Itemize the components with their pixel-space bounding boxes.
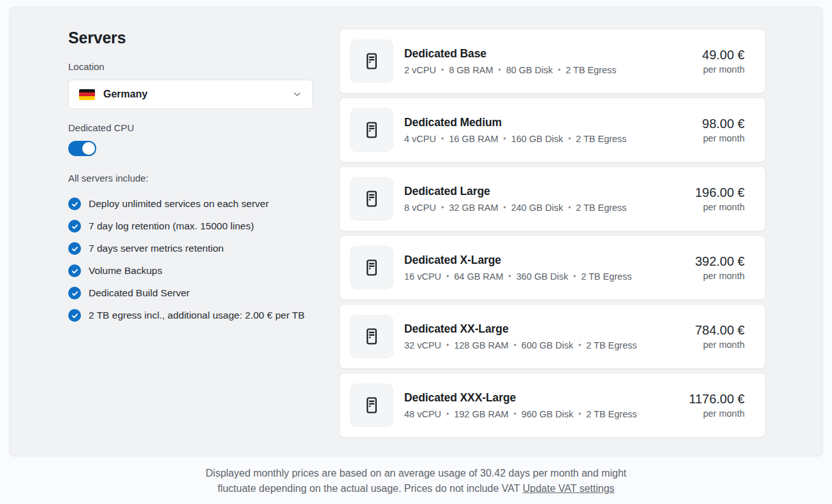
price-box: 784.00 € per month (695, 323, 745, 350)
server-specs: 8 vCPU•32 GB RAM•240 GB Disk•2 TB Egress (404, 203, 627, 213)
spec-cpu: 2 vCPU (404, 65, 436, 75)
server-card-dedicated-x-large[interactable]: Dedicated X-Large 16 vCPU•64 GB RAM•360 … (339, 235, 766, 300)
spec-separator: • (573, 272, 576, 281)
spec-separator: • (446, 272, 449, 281)
spec-ram: 64 GB RAM (454, 271, 503, 282)
feature-text: Deploy unlimited services on each server (89, 196, 269, 212)
list-item: 7 day log retention (max. 15000 lines) (68, 219, 313, 234)
filters-column: Servers Location Germany Dedicated CPU A… (68, 29, 313, 456)
price-amount: 49.00 € (702, 48, 745, 62)
feature-text: Dedicated Build Server (89, 285, 190, 301)
server-card-dedicated-medium[interactable]: Dedicated Medium 4 vCPU•16 GB RAM•160 GB… (339, 97, 766, 162)
price-box: 392.00 € per month (695, 254, 745, 281)
spec-separator: • (578, 410, 581, 419)
spec-egress: 2 TB Egress (576, 203, 627, 213)
price-amount: 196.00 € (695, 185, 745, 200)
feature-text: Volume Backups (89, 263, 162, 278)
spec-separator: • (504, 203, 506, 212)
spec-separator: • (446, 410, 449, 419)
price-amount: 392.00 € (695, 254, 745, 269)
price-period: per month (702, 133, 745, 143)
spec-separator: • (498, 66, 500, 75)
spec-egress: 2 TB Egress (586, 409, 637, 419)
spec-egress: 2 TB Egress (581, 271, 632, 282)
server-icon (350, 315, 393, 358)
spec-egress: 2 TB Egress (586, 340, 637, 350)
server-name: Dedicated Medium (404, 116, 627, 129)
location-select[interactable]: Germany (68, 80, 313, 109)
page-title: Servers (68, 29, 313, 47)
price-amount: 1176.00 € (689, 392, 745, 407)
toggle-knob (82, 142, 95, 155)
price-box: 1176.00 € per month (689, 392, 745, 419)
price-box: 196.00 € per month (695, 185, 745, 212)
server-name: Dedicated XXX-Large (404, 391, 637, 405)
spec-separator: • (568, 134, 571, 143)
server-name: Dedicated XX-Large (404, 322, 637, 336)
update-vat-settings-link[interactable]: Update VAT settings (523, 483, 615, 494)
check-icon (68, 309, 81, 322)
server-name: Dedicated Base (404, 47, 617, 61)
pricing-disclaimer: Displayed monthly prices are based on an… (196, 466, 636, 496)
server-list: Dedicated Base 2 vCPU•8 GB RAM•80 GB Dis… (339, 29, 766, 456)
spec-separator: • (446, 341, 449, 350)
list-item: 7 days server metrics retention (68, 241, 313, 256)
server-specs: 32 vCPU•128 GB RAM•600 GB Disk•2 TB Egre… (404, 340, 637, 350)
spec-cpu: 8 vCPU (404, 203, 436, 213)
check-icon (68, 264, 81, 277)
feature-text: 7 day log retention (max. 15000 lines) (89, 219, 254, 234)
server-name: Dedicated Large (404, 185, 627, 198)
spec-disk: 360 GB Disk (516, 271, 568, 282)
price-period: per month (695, 271, 745, 281)
spec-egress: 2 TB Egress (576, 134, 627, 144)
spec-ram: 128 GB RAM (454, 340, 508, 350)
location-label: Location (68, 61, 313, 72)
spec-egress: 2 TB Egress (566, 65, 617, 75)
server-card-dedicated-large[interactable]: Dedicated Large 8 vCPU•32 GB RAM•240 GB … (339, 166, 766, 231)
location-selected-value: Germany (103, 89, 147, 100)
spec-cpu: 16 vCPU (404, 271, 441, 282)
list-item: 2 TB egress incl., additional usage: 2.0… (68, 308, 313, 323)
server-specs: 48 vCPU•192 GB RAM•960 GB Disk•2 TB Egre… (404, 409, 637, 419)
price-box: 49.00 € per month (702, 48, 745, 75)
spec-ram: 16 GB RAM (449, 134, 498, 144)
servers-panel: Servers Location Germany Dedicated CPU A… (9, 6, 823, 456)
server-specs: 2 vCPU•8 GB RAM•80 GB Disk•2 TB Egress (404, 65, 617, 75)
spec-ram: 8 GB RAM (449, 65, 493, 75)
includes-label: All servers include: (68, 173, 313, 184)
price-period: per month (702, 64, 745, 75)
spec-cpu: 48 vCPU (404, 409, 441, 419)
spec-disk: 600 GB Disk (522, 340, 573, 350)
server-icon (350, 108, 393, 152)
server-specs: 16 vCPU•64 GB RAM•360 GB Disk•2 TB Egres… (404, 271, 632, 282)
server-card-dedicated-xx-large[interactable]: Dedicated XX-Large 32 vCPU•128 GB RAM•60… (339, 304, 766, 369)
server-icon (350, 384, 393, 427)
spec-separator: • (558, 66, 560, 75)
server-card-dedicated-base[interactable]: Dedicated Base 2 vCPU•8 GB RAM•80 GB Dis… (339, 29, 766, 94)
feature-list: Deploy unlimited services on each server… (68, 196, 313, 323)
spec-disk: 240 GB Disk (511, 203, 563, 213)
spec-separator: • (509, 272, 511, 281)
spec-separator: • (504, 134, 506, 143)
spec-separator: • (441, 66, 444, 75)
list-item: Volume Backups (68, 263, 313, 278)
spec-separator: • (568, 203, 571, 212)
server-card-dedicated-xxx-large[interactable]: Dedicated XXX-Large 48 vCPU•192 GB RAM•9… (339, 373, 766, 438)
price-period: per month (695, 340, 745, 350)
price-period: per month (689, 408, 745, 419)
spec-disk: 960 GB Disk (522, 409, 573, 419)
spec-separator: • (441, 134, 444, 143)
price-amount: 784.00 € (695, 323, 745, 338)
chevron-down-icon (292, 89, 302, 99)
server-icon (350, 246, 393, 289)
dedicated-cpu-toggle[interactable] (68, 141, 96, 156)
list-item: Deploy unlimited services on each server (68, 196, 313, 212)
spec-separator: • (578, 341, 581, 350)
list-item: Dedicated Build Server (68, 285, 313, 301)
germany-flag-icon (79, 89, 95, 100)
spec-ram: 32 GB RAM (449, 203, 498, 213)
spec-disk: 160 GB Disk (511, 134, 563, 144)
price-amount: 98.00 € (702, 117, 745, 131)
check-icon (68, 287, 81, 299)
check-icon (68, 242, 81, 255)
